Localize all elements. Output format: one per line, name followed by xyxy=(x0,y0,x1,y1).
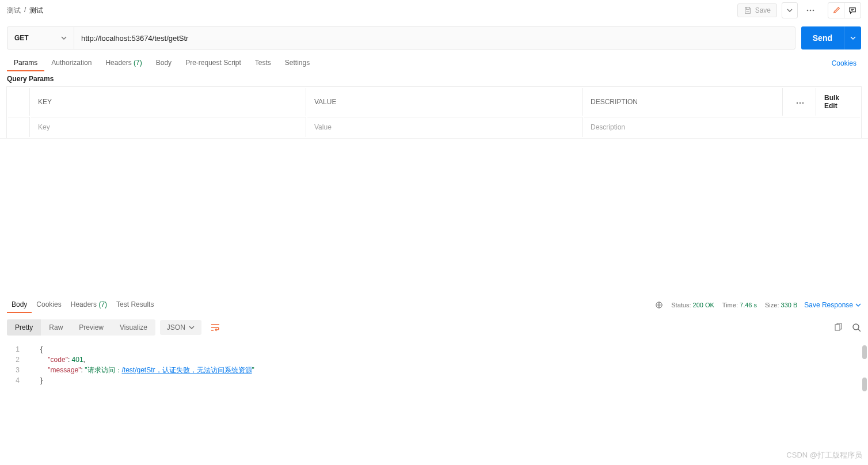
tab-body[interactable]: Body xyxy=(149,55,178,71)
response-tab-body[interactable]: Body xyxy=(7,297,32,313)
tab-authorization[interactable]: Authorization xyxy=(44,55,98,71)
bulk-edit-button[interactable]: Bulk Edit xyxy=(817,88,860,116)
breadcrumb-current: 测试 xyxy=(29,6,43,16)
svg-point-1 xyxy=(810,10,812,12)
breadcrumb: 测试 / 测试 xyxy=(7,6,737,16)
svg-point-2 xyxy=(813,10,814,12)
row-checkbox[interactable] xyxy=(8,117,30,137)
tab-headers-count: (7) xyxy=(134,59,142,67)
save-button[interactable]: Save xyxy=(737,3,777,17)
col-actions[interactable] xyxy=(784,88,816,116)
scrollbar-thumb[interactable] xyxy=(862,378,867,391)
chevron-down-icon xyxy=(61,35,67,41)
save-response-label: Save Response xyxy=(804,301,853,309)
response-tab-test-results[interactable]: Test Results xyxy=(112,297,158,313)
save-icon xyxy=(744,6,752,14)
svg-rect-7 xyxy=(835,325,840,330)
svg-point-0 xyxy=(807,10,809,12)
view-visualize[interactable]: Visualize xyxy=(112,319,155,336)
svg-point-8 xyxy=(853,324,859,330)
search-icon[interactable] xyxy=(852,323,861,332)
breadcrumb-parent[interactable]: 测试 xyxy=(7,6,21,16)
format-select[interactable]: JSON xyxy=(160,320,201,335)
view-pretty[interactable]: Pretty xyxy=(7,319,41,336)
url-input[interactable] xyxy=(74,27,795,49)
svg-point-4 xyxy=(799,102,800,104)
size-label: Size: xyxy=(765,302,779,308)
key-input[interactable]: Key xyxy=(31,117,306,137)
svg-point-3 xyxy=(796,102,797,104)
chevron-down-icon xyxy=(855,302,861,308)
pencil-icon xyxy=(832,6,840,14)
status-block[interactable]: Status: 200 OK xyxy=(671,302,714,308)
send-button[interactable]: Send xyxy=(801,26,844,49)
size-block[interactable]: Size: 330 B xyxy=(765,302,797,308)
comments-button[interactable] xyxy=(844,3,861,18)
tab-headers-label: Headers xyxy=(105,59,131,67)
http-method-value: GET xyxy=(14,34,29,42)
json-quote: " xyxy=(252,366,254,374)
params-table: KEY VALUE DESCRIPTION Bulk Edit Key Valu… xyxy=(6,86,862,139)
response-tab-cookies[interactable]: Cookies xyxy=(32,297,66,313)
json-key-message: "message" xyxy=(48,366,81,374)
time-value: 7.46 s xyxy=(740,302,757,308)
scrollbar-thumb[interactable] xyxy=(862,345,867,359)
documentation-button[interactable] xyxy=(828,3,844,18)
json-brace-close: } xyxy=(40,376,43,384)
json-comma: , xyxy=(83,356,85,364)
comment-icon xyxy=(848,6,856,14)
wrap-lines-button[interactable] xyxy=(206,319,224,336)
chevron-down-icon xyxy=(787,7,793,13)
copy-icon[interactable] xyxy=(833,323,843,332)
tab-tests[interactable]: Tests xyxy=(248,55,278,71)
breadcrumb-separator: / xyxy=(24,6,26,16)
globe-icon[interactable] xyxy=(655,301,663,309)
json-key-code: "code" xyxy=(48,356,68,364)
tab-settings[interactable]: Settings xyxy=(278,55,317,71)
response-tab-headers[interactable]: Headers (7) xyxy=(66,297,112,313)
size-value: 330 B xyxy=(781,302,798,308)
watermark: CSDN @打工版程序员 xyxy=(786,450,862,460)
value-input[interactable]: Value xyxy=(307,117,583,137)
chevron-down-icon xyxy=(850,35,856,41)
json-brace-open: { xyxy=(40,345,43,353)
col-description: DESCRIPTION xyxy=(584,88,783,116)
format-value: JSON xyxy=(167,323,185,331)
tab-params[interactable]: Params xyxy=(7,55,44,71)
view-preview[interactable]: Preview xyxy=(71,319,112,336)
response-tab-headers-count: (7) xyxy=(98,300,107,308)
query-params-heading: Query Params xyxy=(0,71,868,86)
tab-headers[interactable]: Headers (7) xyxy=(98,55,149,71)
col-key: KEY xyxy=(31,88,306,116)
ellipsis-icon xyxy=(796,102,804,104)
col-value: VALUE xyxy=(307,88,583,116)
tab-prerequest[interactable]: Pre-request Script xyxy=(178,55,248,71)
http-method-select[interactable]: GET xyxy=(7,27,74,49)
json-val-message-link[interactable]: /test/getStr，认证失败，无法访问系统资源 xyxy=(122,366,252,374)
cookies-link[interactable]: Cookies xyxy=(832,59,861,67)
response-body[interactable]: 1{ 2 "code": 401, 3 "message": "请求访问：/te… xyxy=(0,342,868,386)
save-chevron-button[interactable] xyxy=(782,2,798,18)
status-label: Status: xyxy=(671,302,691,308)
send-chevron-button[interactable] xyxy=(844,26,861,49)
description-input[interactable]: Description xyxy=(584,117,860,137)
save-label: Save xyxy=(755,6,771,14)
json-val-code: 401 xyxy=(72,356,83,364)
chevron-down-icon xyxy=(189,325,195,330)
json-val-message-pre: 请求访问： xyxy=(87,366,122,374)
json-sep: : xyxy=(68,356,72,364)
response-tab-headers-label: Headers xyxy=(71,300,97,308)
view-raw[interactable]: Raw xyxy=(41,319,71,336)
ellipsis-icon xyxy=(806,9,814,12)
more-options-button[interactable] xyxy=(802,2,818,18)
svg-point-5 xyxy=(802,102,803,104)
wrap-icon xyxy=(211,323,220,331)
status-value: 200 OK xyxy=(693,302,714,308)
col-checkbox xyxy=(8,88,30,116)
time-block[interactable]: Time: 7.46 s xyxy=(722,302,757,308)
time-label: Time: xyxy=(722,302,738,308)
save-response-button[interactable]: Save Response xyxy=(804,301,861,309)
